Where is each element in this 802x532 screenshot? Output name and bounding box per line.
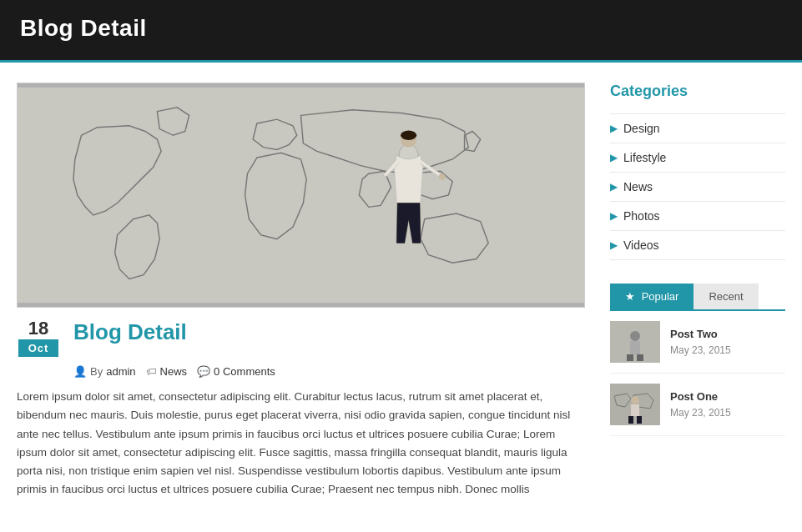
comment-icon: 💬 [197,365,210,378]
popular-post-link[interactable]: Post One [670,390,731,403]
post-thumbnail [610,321,660,363]
svg-rect-9 [627,354,633,361]
popular-posts-list: Post Two May 23, 2015 [610,311,785,436]
user-icon: 👤 [73,365,87,378]
svg-rect-14 [628,416,633,424]
arrow-icon: ▶ [610,239,618,251]
svg-point-12 [631,396,639,404]
svg-rect-15 [637,416,642,424]
svg-point-4 [401,131,416,140]
tab-recent-label: Recent [709,290,743,303]
category-link-news[interactable]: News [623,180,653,193]
date-block: 18 Oct [17,319,60,357]
arrow-icon: ▶ [610,123,618,134]
comments-link[interactable]: 0 Comments [214,365,275,378]
post-title: Blog Detail [73,319,187,345]
list-item: ▶ News [610,173,785,202]
category-link[interactable]: News [160,365,188,378]
list-item: ▶ Videos [610,231,785,260]
sidebar: Categories ▶ Design ▶ Lifestyle ▶ News ▶… [610,83,785,499]
popular-post-date: May 23, 2015 [670,344,731,356]
page-title: Blog Detail [20,15,782,42]
post-info-block: Post Two May 23, 2015 [670,328,731,356]
post-meta-row: 18 Oct Blog Detail [17,319,585,357]
main-content: 18 Oct Blog Detail 👤 By admin 🏷 News 💬 0… [17,83,585,499]
svg-point-5 [439,173,446,180]
svg-rect-10 [637,354,643,361]
post-category-info: 🏷 News [146,365,188,378]
svg-rect-13 [631,404,639,416]
author-link[interactable]: admin [106,365,135,378]
tab-recent[interactable]: Recent [694,284,758,309]
tabs-container: ★ Popular Recent [610,284,785,311]
page-header: Blog Detail [0,0,802,63]
hero-image [17,83,585,308]
post-body: Lorem ipsum dolor sit amet, consectetur … [17,388,585,499]
arrow-icon: ▶ [610,152,618,163]
arrow-icon: ▶ [610,210,618,222]
svg-rect-8 [630,341,640,354]
popular-post-item: Post Two May 23, 2015 [610,311,785,374]
arrow-icon: ▶ [610,181,618,193]
post-day: 18 [28,319,48,338]
tab-popular[interactable]: ★ Popular [610,284,694,309]
tag-icon: 🏷 [146,365,157,378]
category-link-photos[interactable]: Photos [623,209,660,223]
popular-post-date: May 23, 2015 [670,407,731,419]
post-info: 👤 By admin 🏷 News 💬 0 Comments [73,365,585,378]
category-link-videos[interactable]: Videos [623,238,659,252]
post-thumbnail [610,384,660,425]
star-icon: ★ [625,290,635,303]
main-container: 18 Oct Blog Detail 👤 By admin 🏷 News 💬 0… [0,63,802,519]
category-list: ▶ Design ▶ Lifestyle ▶ News ▶ Photos ▶ V… [610,113,785,260]
category-link-design[interactable]: Design [623,122,660,135]
list-item: ▶ Photos [610,202,785,231]
category-link-lifestyle[interactable]: Lifestyle [623,151,666,164]
post-info-block: Post One May 23, 2015 [670,390,731,419]
tab-popular-label: Popular [642,290,679,303]
world-map-svg [18,83,584,307]
categories-title: Categories [610,83,785,100]
popular-post-item: Post One May 23, 2015 [610,374,785,436]
post-author-info: 👤 By admin [73,365,136,378]
popular-post-link[interactable]: Post Two [670,328,731,340]
post-month: Oct [18,339,59,357]
list-item: ▶ Lifestyle [610,143,785,173]
list-item: ▶ Design [610,113,785,143]
svg-point-7 [630,331,640,341]
post-comments-info: 💬 0 Comments [197,365,275,378]
